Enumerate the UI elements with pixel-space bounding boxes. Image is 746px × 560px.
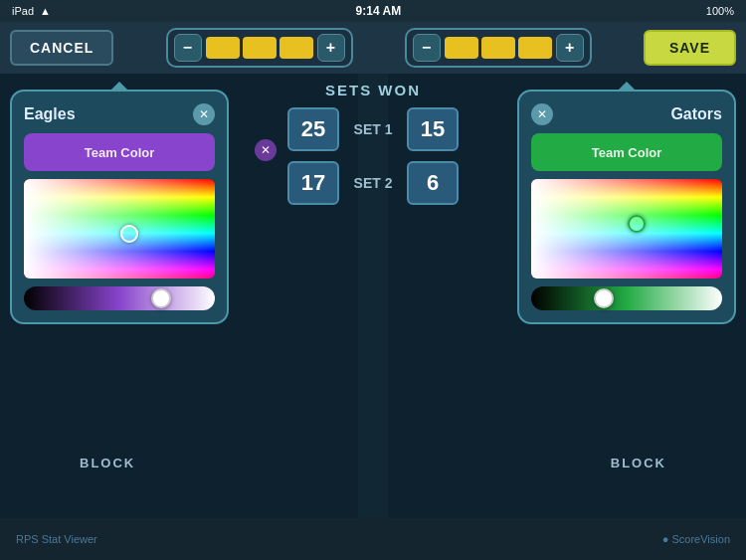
set-2-left-score[interactable]: 17	[287, 161, 339, 205]
left-score-bars	[206, 37, 313, 59]
toolbar: CANCEL − + − + SAVE	[0, 22, 746, 74]
set-1-right-score[interactable]: 15	[407, 107, 459, 151]
left-panel-header: Eagles ✕	[24, 103, 215, 125]
right-hue-slider[interactable]	[531, 286, 722, 310]
left-bar-3	[280, 37, 313, 59]
right-team-color-label: Team Color	[592, 145, 662, 160]
block-label-left: BLOCK	[80, 456, 135, 470]
score-x-button[interactable]: ✕	[255, 139, 277, 161]
set-1-row: 25 SET 1 15	[287, 107, 459, 151]
right-bar-1	[445, 37, 478, 59]
sets-area: 25 SET 1 15 17 SET 2 6	[287, 107, 459, 205]
set-1-label: SET 1	[349, 121, 397, 137]
left-hue-thumb	[151, 288, 171, 308]
right-bar-2	[481, 37, 515, 59]
bottom-right-info: ● ScoreVision	[662, 533, 730, 545]
right-score-control: − +	[405, 28, 592, 68]
status-time: 9:14 AM	[356, 4, 402, 18]
right-hue-track	[531, 286, 722, 310]
right-bar-3	[518, 37, 552, 59]
left-bar-2	[243, 37, 277, 59]
set-1-left-score[interactable]: 25	[287, 107, 339, 151]
left-hue-track	[24, 286, 215, 310]
left-hue-slider[interactable]	[24, 286, 215, 310]
right-team-name: Gators	[670, 105, 722, 123]
left-panel-arrow	[109, 82, 129, 92]
set-2-row: 17 SET 2 6	[287, 161, 459, 205]
status-bar: iPad ▲ 9:14 AM 100%	[0, 0, 746, 22]
left-score-control: − +	[166, 28, 353, 68]
left-score-plus[interactable]: +	[317, 34, 345, 62]
left-color-preview[interactable]: Team Color	[24, 133, 215, 171]
right-panel-header: ✕ Gators	[531, 103, 722, 125]
battery-label: 100%	[706, 5, 734, 17]
right-panel-arrow	[617, 82, 637, 92]
save-button[interactable]: SAVE	[644, 30, 736, 66]
set-2-right-score[interactable]: 6	[407, 161, 459, 205]
left-team-name: Eagles	[24, 105, 76, 123]
left-spectrum-picker[interactable]	[24, 179, 215, 279]
right-color-panel: ✕ Gators Team Color	[517, 90, 736, 324]
set-2-label: SET 2	[349, 175, 397, 191]
block-label-right: BLOCK	[611, 456, 666, 470]
wifi-icon: ▲	[40, 5, 51, 17]
right-score-bars	[445, 37, 552, 59]
status-right: 100%	[706, 5, 734, 17]
left-score-minus[interactable]: −	[174, 34, 202, 62]
right-color-preview[interactable]: Team Color	[531, 133, 722, 171]
left-team-color-label: Team Color	[85, 145, 155, 160]
left-panel-close[interactable]: ✕	[193, 103, 215, 125]
right-panel-close[interactable]: ✕	[531, 103, 553, 125]
right-score-plus[interactable]: +	[556, 34, 584, 62]
left-bar-1	[206, 37, 240, 59]
status-left: iPad ▲	[12, 5, 51, 17]
right-spectrum-picker[interactable]	[531, 179, 722, 279]
bottom-left-info: RPS Stat Viewer	[16, 533, 97, 545]
left-spectrum-overlay	[24, 179, 215, 279]
carrier-label: iPad	[12, 5, 34, 17]
right-hue-thumb	[594, 288, 614, 308]
cancel-button[interactable]: CANCEL	[10, 30, 113, 66]
bottom-bar: RPS Stat Viewer ● ScoreVision	[0, 518, 746, 560]
right-spectrum-overlay	[531, 179, 722, 279]
left-color-panel: Eagles ✕ Team Color	[10, 90, 229, 324]
right-score-minus[interactable]: −	[413, 34, 441, 62]
sets-won-header: SETS WON	[325, 82, 421, 98]
